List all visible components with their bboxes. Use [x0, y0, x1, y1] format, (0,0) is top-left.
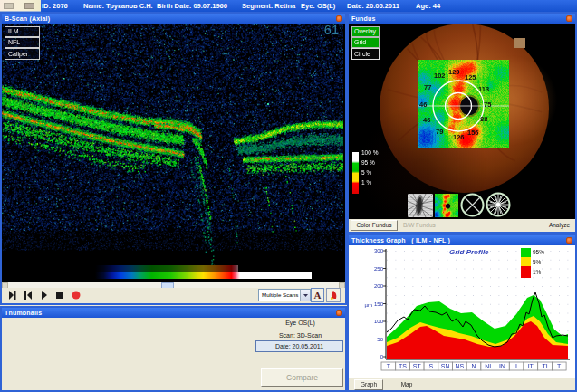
svg-text:IN: IN [499, 363, 505, 369]
svg-text:126: 126 [453, 133, 465, 141]
svg-text:50: 50 [377, 337, 383, 342]
svg-text:250: 250 [374, 266, 384, 272]
svg-text:N: N [471, 363, 476, 369]
svg-text:150: 150 [374, 301, 384, 307]
svg-text:300: 300 [374, 248, 384, 253]
svg-text:75: 75 [484, 100, 491, 109]
svg-text:µm: µm [365, 302, 372, 308]
svg-text:46: 46 [423, 116, 430, 124]
svg-text:100: 100 [374, 319, 384, 324]
svg-text:77: 77 [424, 83, 431, 91]
svg-text:88: 88 [480, 115, 487, 123]
svg-text:S: S [429, 363, 434, 369]
svg-text:102: 102 [434, 72, 446, 80]
svg-text:SN: SN [441, 363, 450, 369]
svg-text:TI: TI [542, 363, 547, 369]
svg-text:129: 129 [448, 68, 460, 76]
svg-text:NI: NI [485, 363, 491, 369]
svg-text:113: 113 [478, 85, 489, 93]
svg-text:125: 125 [465, 73, 476, 81]
svg-text:NS: NS [455, 363, 464, 369]
svg-text:T: T [557, 363, 562, 369]
svg-text:ST: ST [413, 363, 422, 369]
svg-text:IT: IT [528, 363, 534, 369]
svg-text:156: 156 [467, 129, 479, 137]
svg-text:46: 46 [419, 100, 427, 109]
svg-text:200: 200 [374, 283, 384, 289]
svg-text:T: T [387, 363, 391, 369]
svg-text:79: 79 [436, 128, 443, 136]
svg-text:TS: TS [399, 363, 407, 369]
svg-text:I: I [515, 363, 517, 369]
